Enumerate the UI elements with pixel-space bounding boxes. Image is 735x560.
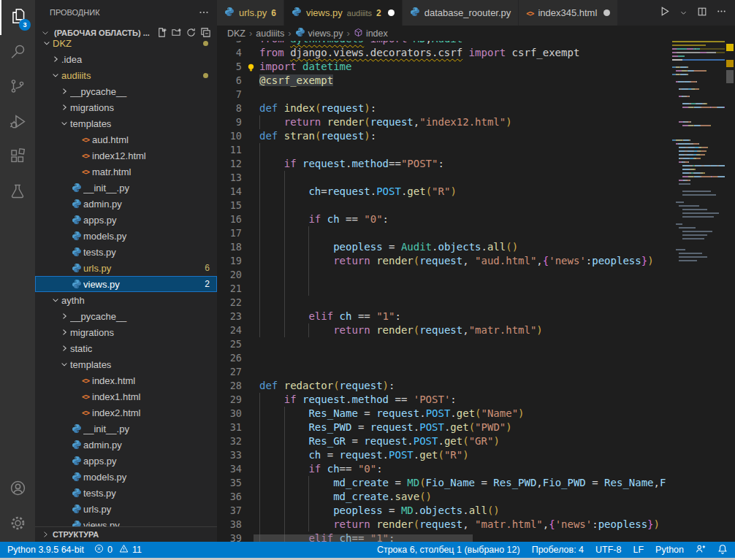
- tree-item-templates[interactable]: templates: [35, 115, 217, 131]
- tree-item-.idea[interactable]: .idea: [35, 51, 217, 67]
- code-line-13[interactable]: 13: [217, 171, 672, 185]
- code-line-28[interactable]: 28def redactor(request):: [217, 379, 672, 393]
- breadcrumb-views.py[interactable]: views.py: [295, 27, 343, 39]
- breadcrumb-audiiits[interactable]: audiiits: [256, 28, 284, 39]
- tab-urls.py[interactable]: urls.py6: [217, 0, 284, 26]
- code-line-19[interactable]: 19 return render(request, "aud.html",{'n…: [217, 254, 672, 268]
- activitybar-testing[interactable]: [0, 175, 35, 210]
- code-line-14[interactable]: 14 ch=request.POST.get("R"): [217, 185, 672, 199]
- code-line-5[interactable]: 5import datetime: [217, 60, 672, 74]
- code-line-26[interactable]: 26: [217, 351, 672, 365]
- tree-item-audiiits[interactable]: audiiits: [35, 67, 217, 83]
- code-line-12[interactable]: 12 if request.method=="POST":: [217, 157, 672, 171]
- code-line-30[interactable]: 30 Res_Name = request.POST.get("Name"): [217, 407, 672, 421]
- activitybar-settings[interactable]: [0, 507, 35, 542]
- tree-item-apps.py[interactable]: apps.py: [35, 212, 217, 228]
- code-line-25[interactable]: 25: [217, 337, 672, 351]
- status-language-mode[interactable]: Python: [655, 545, 684, 555]
- code-area[interactable]: 3from aythh.models import MD,Audit4from …: [217, 41, 672, 542]
- code-line-20[interactable]: 20: [217, 268, 672, 282]
- split-editor-button[interactable]: [694, 5, 710, 21]
- code-line-37[interactable]: 37 peopless = MD.objects.all(): [217, 504, 672, 518]
- status-indentation[interactable]: Пробелов: 4: [532, 545, 584, 555]
- code-line-17[interactable]: 17: [217, 226, 672, 240]
- tree-item-templates[interactable]: templates: [35, 356, 217, 372]
- code-line-35[interactable]: 35 md_create = MD(Fio_Name = Res_PWD,Fio…: [217, 476, 672, 490]
- status-feedback[interactable]: [696, 544, 706, 556]
- code-line-10[interactable]: 10def stran(request):: [217, 129, 672, 143]
- status-notifications[interactable]: [717, 544, 728, 556]
- more-actions[interactable]: [713, 5, 729, 21]
- tree-item-urls.py[interactable]: urls.py6: [35, 260, 217, 276]
- activitybar-run-debug[interactable]: [0, 105, 35, 140]
- tab-index345.html[interactable]: <>index345.html: [519, 0, 618, 26]
- code-line-4[interactable]: 4from django.views.decorators.csrf impor…: [217, 46, 672, 60]
- status-encoding[interactable]: UTF-8: [595, 545, 621, 555]
- tree-item-__pycache__[interactable]: __pycache__: [35, 83, 217, 99]
- activitybar-account[interactable]: [0, 472, 35, 507]
- tab-views.py[interactable]: views.pyaudiiits2: [284, 0, 403, 26]
- tree-item-views.py[interactable]: views.py: [35, 517, 217, 526]
- code-line-7[interactable]: 7: [217, 88, 672, 101]
- tree-item-__init__.py[interactable]: __init__.py: [35, 421, 217, 437]
- horizontal-scrollbar[interactable]: [217, 534, 672, 542]
- tree-item-index2.html[interactable]: <>index2.html: [35, 404, 217, 421]
- tree-item-tests.py[interactable]: tests.py: [35, 244, 217, 260]
- tree-item-matr.html[interactable]: <>matr.html: [35, 164, 217, 180]
- views-more-actions-icon[interactable]: [197, 5, 211, 20]
- code-line-6[interactable]: 6@csrf_exempt: [217, 74, 672, 88]
- code-line-29[interactable]: 29 if request.method == 'POST':: [217, 393, 672, 407]
- tree-item-migrations[interactable]: migrations: [35, 99, 217, 115]
- editor-body[interactable]: 3from aythh.models import MD,Audit4from …: [217, 41, 735, 542]
- code-line-8[interactable]: 8def index(request):: [217, 101, 672, 115]
- tree-item-aythh[interactable]: aythh: [35, 292, 217, 308]
- code-line-9[interactable]: 9 return render(request,"index12.html"): [217, 115, 672, 129]
- activitybar-search[interactable]: [0, 35, 35, 70]
- breadcrumb-index[interactable]: index: [354, 28, 388, 39]
- dirty-indicator[interactable]: [603, 9, 610, 16]
- status-python-interpreter[interactable]: Python 3.9.5 64-bit: [7, 545, 84, 555]
- code-line-31[interactable]: 31 Res_PWD = request.POST.get("PWD"): [217, 421, 672, 434]
- minimap[interactable]: [672, 41, 725, 542]
- code-line-36[interactable]: 36 md_create.save(): [217, 490, 672, 504]
- code-line-34[interactable]: 34 if ch== "0":: [217, 462, 672, 476]
- code-line-11[interactable]: 11: [217, 143, 672, 157]
- code-line-23[interactable]: 23 elif ch == "1":: [217, 310, 672, 323]
- tree-item-index12.html[interactable]: <>index12.html: [35, 147, 217, 164]
- run-dropdown[interactable]: [675, 5, 691, 21]
- tree-item-migrations[interactable]: migrations: [35, 324, 217, 340]
- tree-item-urls.py[interactable]: urls.py: [35, 501, 217, 517]
- tree-item-aud.html[interactable]: <>aud.html: [35, 131, 217, 147]
- code-line-24[interactable]: 24 return render(request,"matr.html"): [217, 323, 672, 337]
- code-line-32[interactable]: 32 Res_GR = request.POST.get("GR"): [217, 434, 672, 448]
- dirty-indicator[interactable]: [388, 9, 395, 16]
- horizontal-scrollbar-thumb[interactable]: [254, 534, 473, 542]
- tree-item-models.py[interactable]: models.py: [35, 469, 217, 485]
- outline-section-header[interactable]: СТРУКТУРА: [35, 526, 217, 542]
- code-line-21[interactable]: 21: [217, 282, 672, 296]
- tree-item-models.py[interactable]: models.py: [35, 228, 217, 244]
- status-problems[interactable]: 011: [94, 544, 142, 556]
- activitybar-source-control[interactable]: [0, 70, 35, 105]
- tree-item-static[interactable]: static: [35, 340, 217, 356]
- code-line-38[interactable]: 38 return render(request, "matr.html",{'…: [217, 518, 672, 532]
- code-line-27[interactable]: 27: [217, 365, 672, 379]
- tree-item-index1.html[interactable]: <>index1.html: [35, 388, 217, 404]
- run-button[interactable]: [656, 5, 672, 21]
- status-eol[interactable]: LF: [633, 545, 644, 555]
- tree-item-tests.py[interactable]: tests.py: [35, 485, 217, 501]
- code-line-33[interactable]: 33 ch = request.POST.get("R"): [217, 448, 672, 462]
- tree-item-__init__.py[interactable]: __init__.py: [35, 180, 217, 196]
- tree-item-admin.py[interactable]: admin.py: [35, 196, 217, 212]
- tree-item-views.py[interactable]: views.py2: [35, 276, 217, 292]
- scrollbar-thumb[interactable]: [726, 70, 734, 83]
- code-line-15[interactable]: 15: [217, 199, 672, 212]
- code-line-22[interactable]: 22: [217, 296, 672, 310]
- tree-item-__pycache__[interactable]: __pycache__: [35, 308, 217, 324]
- code-line-18[interactable]: 18 peopless = Audit.objects.all(): [217, 240, 672, 254]
- status-cursor-position[interactable]: Строка 6, столбец 1 (выбрано 12): [377, 545, 520, 555]
- tree-item-admin.py[interactable]: admin.py: [35, 437, 217, 453]
- tab-database_roouter.py[interactable]: database_roouter.py: [403, 0, 519, 26]
- tree-item-index.html[interactable]: <>index.html: [35, 372, 217, 388]
- overview-ruler[interactable]: [725, 41, 735, 542]
